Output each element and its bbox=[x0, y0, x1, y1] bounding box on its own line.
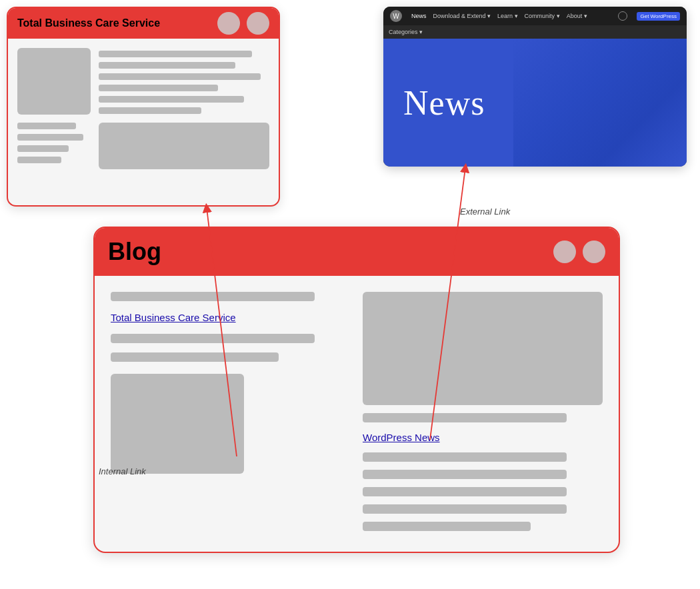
tbcs-line-6 bbox=[99, 107, 201, 114]
wp-categories-bar: Categories ▾ bbox=[383, 25, 687, 39]
blog-rbar-2 bbox=[363, 452, 567, 462]
tbcs-bottom-left bbox=[17, 123, 91, 169]
blog-rbar-5 bbox=[363, 504, 567, 514]
tbcs-window: Total Business Care Service bbox=[7, 7, 280, 207]
wp-logo: W bbox=[390, 10, 402, 22]
blog-thumbnail-left bbox=[111, 374, 244, 474]
tbcs-line-2 bbox=[99, 62, 235, 69]
wp-get-button[interactable]: Get WordPress bbox=[637, 12, 680, 21]
tbcs-bline-1 bbox=[17, 123, 76, 129]
blog-bar-3 bbox=[111, 352, 279, 362]
tbcs-title: Total Business Care Service bbox=[17, 17, 160, 29]
blog-bar-1 bbox=[111, 292, 315, 301]
wp-nav: News Download & Extend ▾ Learn ▾ Communi… bbox=[411, 13, 587, 19]
blog-window: Blog Total Business Care Service WordPre… bbox=[93, 227, 620, 553]
wp-categories-label[interactable]: Categories ▾ bbox=[389, 29, 423, 35]
wp-nav-community[interactable]: Community ▾ bbox=[525, 13, 560, 19]
wp-nav-about[interactable]: About ▾ bbox=[567, 13, 587, 19]
tbcs-window-controls bbox=[217, 12, 269, 35]
tbcs-line-4 bbox=[99, 85, 218, 91]
blog-btn-close[interactable] bbox=[583, 241, 605, 263]
tbcs-line-5 bbox=[99, 96, 244, 103]
blog-internal-link[interactable]: Total Business Care Service bbox=[111, 312, 351, 323]
blog-titlebar: Blog bbox=[95, 228, 619, 276]
blog-title: Blog bbox=[108, 238, 161, 266]
tbcs-btn-minimize[interactable] bbox=[217, 12, 240, 35]
blog-thumbnail-right bbox=[363, 292, 603, 405]
wp-nav-news[interactable]: News bbox=[411, 13, 427, 19]
external-link-label-right: External Link bbox=[460, 207, 510, 217]
blog-rbar-4 bbox=[363, 487, 567, 496]
blog-rbar-1 bbox=[363, 413, 567, 422]
blog-bar-2 bbox=[111, 334, 315, 343]
wp-window: W News Download & Extend ▾ Learn ▾ Commu… bbox=[383, 7, 687, 167]
blog-window-controls bbox=[553, 241, 605, 263]
blog-external-link[interactable]: WordPress News bbox=[363, 432, 603, 443]
blog-body: Total Business Care Service WordPress Ne… bbox=[95, 276, 619, 552]
blog-right-column: WordPress News bbox=[363, 292, 603, 536]
wp-hero-title: News bbox=[403, 83, 485, 123]
tbcs-line-1 bbox=[99, 51, 252, 57]
tbcs-bline-3 bbox=[17, 145, 69, 152]
tbcs-body bbox=[8, 39, 279, 179]
tbcs-line-3 bbox=[99, 73, 261, 80]
wp-nav-download[interactable]: Download & Extend ▾ bbox=[433, 13, 491, 19]
internal-link-label-left: Internal Link bbox=[99, 466, 146, 476]
tbcs-bottom-text bbox=[17, 123, 91, 163]
wp-topbar: W News Download & Extend ▾ Learn ▾ Commu… bbox=[383, 7, 687, 25]
tbcs-bline-4 bbox=[17, 157, 61, 163]
tbcs-bottom-right bbox=[99, 123, 269, 169]
blog-rbar-3 bbox=[363, 470, 567, 479]
wp-nav-learn[interactable]: Learn ▾ bbox=[497, 13, 518, 19]
tbcs-btn-close[interactable] bbox=[247, 12, 269, 35]
tbcs-titlebar: Total Business Care Service bbox=[8, 8, 279, 39]
blog-btn-minimize[interactable] bbox=[553, 241, 576, 263]
tbcs-text-lines bbox=[99, 51, 269, 115]
blog-rbar-6 bbox=[363, 522, 531, 531]
wp-hero-section: News bbox=[383, 39, 687, 167]
blog-left-column: Total Business Care Service bbox=[111, 292, 351, 536]
search-icon[interactable] bbox=[618, 11, 627, 21]
tbcs-image-placeholder bbox=[17, 48, 91, 115]
tbcs-bline-2 bbox=[17, 134, 83, 141]
wp-hero-image bbox=[513, 39, 687, 167]
tbcs-image2-placeholder bbox=[99, 123, 269, 169]
